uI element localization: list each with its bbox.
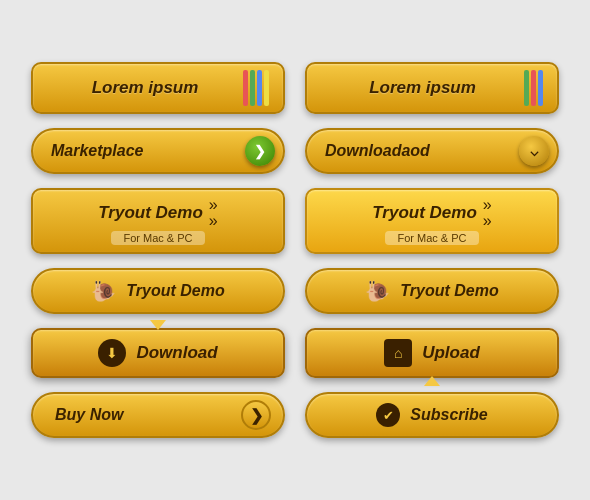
chevron-down-icon: ⌵ <box>519 136 549 166</box>
tryout-snail-button-2[interactable]: 🐌 Tryout Demo <box>305 268 559 314</box>
lorem-button-2[interactable]: Lorem ipsum <box>305 62 559 114</box>
upload-button[interactable]: ⌂ Upload <box>305 328 559 378</box>
tryout-label-1: Tryout Demo <box>98 203 203 223</box>
stripes-decoration-1 <box>243 70 269 106</box>
tryout-double-button-1[interactable]: Tryout Demo »» For Mac & PC <box>31 188 285 254</box>
marketplace-button[interactable]: Marketplace ❯ <box>31 128 285 174</box>
tryout-top-2: Tryout Demo »» <box>372 197 491 229</box>
download-label: Download <box>136 343 217 363</box>
tryout-snail-label-1: Tryout Demo <box>126 282 224 300</box>
tryout-snail-button-1[interactable]: 🐌 Tryout Demo <box>31 268 285 314</box>
chevron-right-icon: ❯ <box>245 136 275 166</box>
double-chevron-icon-1: »» <box>209 197 218 229</box>
check-icon: ✔ <box>376 403 400 427</box>
subscribe-label: Subscribe <box>410 406 487 424</box>
download-button[interactable]: ⬇ Download <box>31 328 285 378</box>
upload-label: Upload <box>422 343 480 363</box>
stripes-decoration-2 <box>524 70 543 106</box>
snail-icon-1: 🐌 <box>91 279 116 303</box>
snail-icon-2: 🐌 <box>365 279 390 303</box>
marketplace-label: Marketplace <box>51 142 245 160</box>
tryout-sub-1: For Mac & PC <box>111 231 204 245</box>
tryout-top-1: Tryout Demo »» <box>98 197 217 229</box>
buynow-button[interactable]: Buy Now ❯ <box>31 392 285 438</box>
tryout-double-button-2[interactable]: Tryout Demo »» For Mac & PC <box>305 188 559 254</box>
lorem-label-2: Lorem ipsum <box>321 78 524 98</box>
button-grid: Lorem ipsum Lorem ipsum Marketplace ❯ Do… <box>15 46 575 454</box>
tryout-snail-label-2: Tryout Demo <box>400 282 498 300</box>
downloadaod-label: Downloadaod <box>325 142 519 160</box>
downloadaod-button[interactable]: Downloadaod ⌵ <box>305 128 559 174</box>
subscribe-button[interactable]: ✔ Subscribe <box>305 392 559 438</box>
buynow-label: Buy Now <box>55 406 123 424</box>
tryout-label-2: Tryout Demo <box>372 203 477 223</box>
tryout-sub-2: For Mac & PC <box>385 231 478 245</box>
triangle-bottom-indicator <box>424 376 440 386</box>
lorem-button-1[interactable]: Lorem ipsum <box>31 62 285 114</box>
chevron-circle-icon: ❯ <box>241 400 271 430</box>
home-icon: ⌂ <box>384 339 412 367</box>
triangle-top-indicator <box>150 320 166 330</box>
lorem-label-1: Lorem ipsum <box>47 78 243 98</box>
double-chevron-icon-2: »» <box>483 197 492 229</box>
download-arrow-icon: ⬇ <box>98 339 126 367</box>
